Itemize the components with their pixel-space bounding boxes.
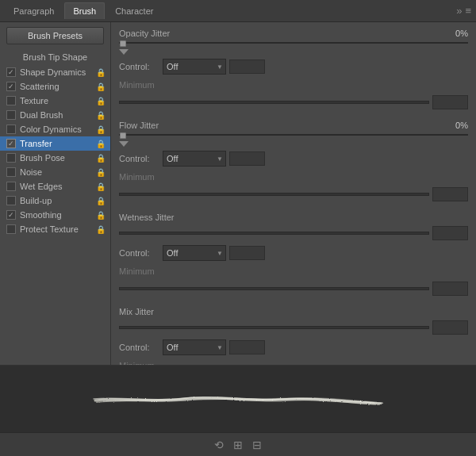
- menu-icon[interactable]: ≡: [465, 5, 471, 17]
- checkbox-protect-texture[interactable]: [6, 224, 16, 234]
- label-color-dynamics: Color Dynamics: [20, 125, 82, 134]
- brush-item-smoothing[interactable]: Smoothing 🔒: [0, 208, 110, 222]
- wetness-minimum-label: Minimum: [119, 266, 155, 276]
- opacity-control-select-wrapper: OffFadePen Pressure: [163, 59, 226, 75]
- mix-minimum-row: Minimum: [119, 359, 468, 365]
- label-dual-brush: Dual Brush: [20, 110, 63, 120]
- brush-item-brush-pose[interactable]: Brush Pose 🔒: [0, 151, 110, 165]
- opacity-jitter-slider[interactable]: [119, 42, 468, 44]
- flow-minimum-slider[interactable]: [119, 193, 429, 196]
- checkbox-noise[interactable]: [6, 167, 16, 177]
- bottom-icon-cycle[interactable]: ⟲: [214, 439, 224, 451]
- opacity-control-row: Control: OffFadePen Pressure: [119, 59, 468, 75]
- opacity-minimum-label: Minimum: [119, 80, 155, 90]
- opacity-jitter-row: Opacity Jitter 0%: [119, 29, 468, 38]
- checkbox-scattering[interactable]: [6, 82, 16, 91]
- label-noise: Noise: [20, 167, 42, 177]
- brush-item-scattering[interactable]: Scattering 🔒: [0, 79, 110, 94]
- mix-control-select-wrapper: OffFade: [163, 339, 226, 355]
- flow-jitter-row: Flow Jitter 0%: [119, 121, 468, 130]
- tab-bar: Paragraph Brush Character » ≡: [0, 0, 476, 22]
- bottom-bar: ⟲ ⊞ ⊟: [0, 432, 476, 456]
- brush-item-color-dynamics[interactable]: Color Dynamics 🔒: [0, 122, 110, 136]
- opacity-control-label: Control:: [119, 62, 163, 71]
- brush-item-shape-dynamics[interactable]: Shape Dynamics 🔒: [0, 65, 110, 79]
- opacity-jitter-value: 0%: [446, 29, 468, 38]
- opacity-control-input[interactable]: [229, 59, 265, 74]
- opacity-minimum-input[interactable]: [432, 95, 468, 109]
- opacity-minimum-slider[interactable]: [119, 101, 429, 104]
- label-protect-texture: Protect Texture: [20, 224, 79, 234]
- brush-item-texture[interactable]: Texture 🔒: [0, 94, 110, 108]
- wetness-control-label: Control:: [119, 248, 163, 258]
- checkbox-wet-edges[interactable]: [6, 182, 16, 191]
- label-texture: Texture: [20, 96, 48, 105]
- flow-minimum-input[interactable]: [432, 187, 468, 201]
- label-brush-pose: Brush Pose: [20, 153, 65, 163]
- lock-dual-brush: 🔒: [96, 111, 106, 120]
- mix-control-select[interactable]: OffFade: [163, 339, 226, 355]
- wetness-jitter-input[interactable]: [432, 226, 468, 240]
- brush-item-build-up[interactable]: Build-up 🔒: [0, 194, 110, 208]
- wetness-minimum-slider[interactable]: [119, 287, 429, 290]
- wetness-minimum-row: Minimum: [119, 265, 468, 278]
- mix-control-input[interactable]: [229, 340, 265, 354]
- label-scattering: Scattering: [20, 82, 60, 91]
- wetness-control-select[interactable]: OffFade: [163, 245, 226, 261]
- brush-item-protect-texture[interactable]: Protect Texture 🔒: [0, 222, 110, 236]
- mix-jitter-input[interactable]: [432, 320, 468, 335]
- bottom-icon-trash[interactable]: ⊟: [252, 439, 262, 451]
- lock-protect-texture: 🔒: [96, 225, 106, 234]
- bottom-icon-grid[interactable]: ⊞: [233, 439, 243, 451]
- wetness-jitter-label: Wetness Jitter: [119, 213, 468, 222]
- checkbox-texture[interactable]: [6, 96, 16, 105]
- opacity-jitter-label: Opacity Jitter: [119, 29, 446, 38]
- expand-icon[interactable]: »: [456, 5, 462, 17]
- wetness-jitter-slider[interactable]: [119, 232, 429, 235]
- lock-noise: 🔒: [96, 168, 106, 177]
- label-wet-edges: Wet Edges: [20, 182, 63, 191]
- tab-paragraph[interactable]: Paragraph: [5, 2, 63, 19]
- brush-item-noise[interactable]: Noise 🔒: [0, 165, 110, 179]
- mix-control-label: Control:: [119, 343, 163, 352]
- checkbox-dual-brush[interactable]: [6, 110, 16, 120]
- flow-control-select-wrapper: OffFadePen Pressure: [163, 151, 226, 167]
- opacity-control-select[interactable]: OffFadePen Pressure: [163, 59, 226, 75]
- brush-presets-button[interactable]: Brush Presets: [6, 27, 104, 44]
- lock-build-up: 🔒: [96, 197, 106, 205]
- flow-minimum-slider-area: [119, 187, 468, 201]
- wetness-jitter-row: Wetness Jitter: [119, 213, 468, 222]
- wetness-control-input[interactable]: [229, 246, 265, 260]
- mix-jitter-slider-area: [119, 320, 468, 335]
- brush-item-wet-edges[interactable]: Wet Edges 🔒: [0, 179, 110, 194]
- checkbox-build-up[interactable]: [6, 196, 16, 205]
- wetness-minimum-input[interactable]: [432, 282, 468, 296]
- wetness-control-row: Control: OffFade: [119, 245, 468, 261]
- tab-character[interactable]: Character: [106, 2, 162, 19]
- main-content: Brush Presets Brush Tip Shape Shape Dyna…: [0, 22, 476, 365]
- left-panel: Brush Presets Brush Tip Shape Shape Dyna…: [0, 22, 111, 365]
- checkbox-smoothing[interactable]: [6, 210, 16, 220]
- wetness-minimum-slider-area: [119, 282, 468, 296]
- lock-wet-edges: 🔒: [96, 182, 106, 191]
- flow-control-row: Control: OffFadePen Pressure: [119, 151, 468, 167]
- flow-jitter-value: 0%: [446, 121, 468, 130]
- flow-jitter-slider[interactable]: [119, 134, 468, 136]
- mix-jitter-slider[interactable]: [119, 326, 429, 329]
- opacity-minimum-row: Minimum: [119, 79, 468, 91]
- checkbox-shape-dynamics[interactable]: [6, 67, 16, 77]
- flow-control-input[interactable]: [229, 151, 265, 166]
- checkbox-color-dynamics[interactable]: [6, 125, 16, 134]
- brush-stroke-preview: [87, 383, 389, 415]
- brush-item-dual-brush[interactable]: Dual Brush 🔒: [0, 108, 110, 122]
- brush-item-transfer[interactable]: Transfer 🔒: [0, 136, 110, 151]
- checkbox-brush-pose[interactable]: [6, 153, 16, 163]
- mix-control-row: Control: OffFade: [119, 339, 468, 355]
- checkbox-transfer[interactable]: [6, 139, 16, 148]
- tab-brush[interactable]: Brush: [64, 2, 105, 19]
- label-transfer: Transfer: [20, 139, 52, 148]
- brush-preview-area: [0, 365, 476, 432]
- flow-jitter-label: Flow Jitter: [119, 121, 446, 130]
- flow-control-select[interactable]: OffFadePen Pressure: [163, 151, 226, 167]
- opacity-minimum-slider-area: [119, 95, 468, 109]
